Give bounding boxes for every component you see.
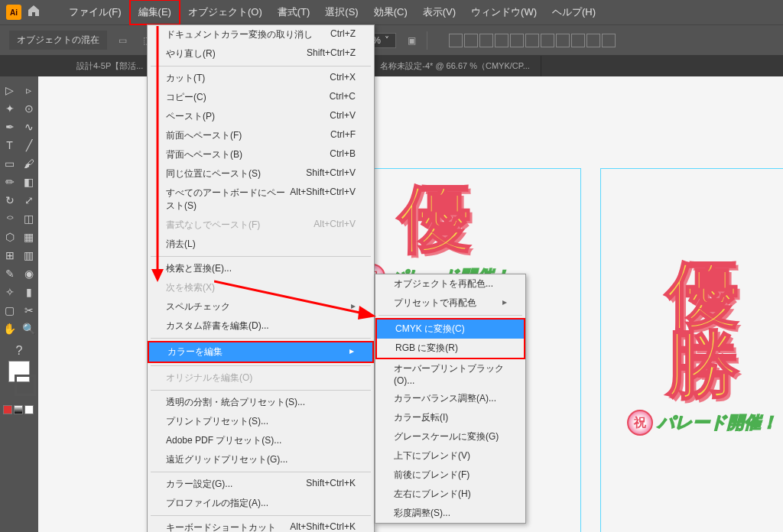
dd-copy[interactable]: コピー(C)Ctrl+C <box>148 88 374 107</box>
tab-doc1[interactable]: 設計4-5P【部活... <box>69 56 154 76</box>
app-icon: Ai <box>6 5 21 20</box>
direct-select-tool[interactable]: ▹ <box>19 81 38 99</box>
doc-icon[interactable]: ▭ <box>113 31 132 50</box>
align-icon[interactable] <box>464 34 478 47</box>
color-submenu: オブジェクトを再配色... プリセットで再配色 CMYK に変換(C) RGB … <box>375 274 526 524</box>
menu-help[interactable]: ヘルプ(H) <box>544 1 603 24</box>
stroke-swatch[interactable] <box>15 375 36 396</box>
dd-redo[interactable]: やり直し(R)Shift+Ctrl+Z <box>148 44 374 63</box>
sub-saturate[interactable]: 彩度調整(S)... <box>375 504 525 523</box>
sub-overprint-black[interactable]: オーバープリントブラック(O)... <box>375 359 525 389</box>
hand-tool[interactable]: ✋ <box>0 320 19 338</box>
rotate-tool[interactable]: ↻ <box>0 191 19 209</box>
curvature-tool[interactable]: ∿ <box>19 118 38 136</box>
badge-circle: 祝 <box>627 410 653 436</box>
sub-convert-cmyk[interactable]: CMYK に変換(C) <box>377 320 524 339</box>
dd-paste-front[interactable]: 前面へペースト(F)Ctrl+F <box>148 126 374 145</box>
style-icon[interactable]: ▣ <box>402 31 421 50</box>
dd-separator <box>151 365 371 366</box>
zoom-tool[interactable]: 🔍 <box>19 320 38 338</box>
sub-color-balance[interactable]: カラーバランス調整(A)... <box>375 389 525 408</box>
gradient-tool[interactable]: ▥ <box>19 246 38 264</box>
menu-file[interactable]: ファイル(F) <box>61 1 129 24</box>
slice-tool[interactable]: ✂ <box>19 301 38 320</box>
dd-paste-back[interactable]: 背面へペースト(B)Ctrl+B <box>148 145 374 164</box>
menu-view[interactable]: 表示(V) <box>415 1 463 24</box>
brush-tool[interactable]: 🖌 <box>19 154 38 173</box>
graph-tool[interactable]: ▮ <box>19 283 38 301</box>
sub-blend-horiz[interactable]: 左右にブレンド(H) <box>375 485 525 504</box>
align-icon[interactable] <box>479 34 493 47</box>
menu-object[interactable]: オブジェクト(O) <box>180 1 270 24</box>
symbol-tool[interactable]: ✧ <box>0 283 19 301</box>
blend-tool[interactable]: ◉ <box>19 264 38 283</box>
selection-tool[interactable]: ▷ <box>0 81 19 99</box>
tools-panel: ▷▹ ✦⊙ ✒∿ T╱ ▭🖌 ✏◧ ↻⤢ ⌔◫ ⬡▦ ⊞▥ ✎◉ ✧▮ ▢✂ ✋… <box>0 76 38 532</box>
line-tool[interactable]: ╱ <box>19 136 38 154</box>
width-tool[interactable]: ⌔ <box>0 209 19 228</box>
shaper-tool[interactable]: ✏ <box>0 173 19 191</box>
tab-doc3[interactable]: 名称未設定-4* @ 66.67 %（CMYK/CP... <box>372 56 541 76</box>
dd-paste-in-place[interactable]: 同じ位置にペースト(S)Shift+Ctrl+V <box>148 164 374 183</box>
shape-builder-tool[interactable]: ⬡ <box>0 228 19 246</box>
fill-stroke-control[interactable]: ? <box>0 341 38 410</box>
svg-line-2 <box>214 281 363 313</box>
gradient-swatch[interactable] <box>14 405 23 414</box>
svg-marker-3 <box>358 306 376 320</box>
perspective-tool[interactable]: ▦ <box>19 228 38 246</box>
eraser-tool[interactable]: ◧ <box>19 173 38 191</box>
dd-print-preset[interactable]: プリントプリセット(S)... <box>148 412 374 431</box>
dd-keyboard-shortcuts[interactable]: キーボードショートカット(K)...Alt+Shift+Ctrl+K <box>148 518 374 532</box>
sub-recolor-artwork[interactable]: オブジェクトを再配色... <box>375 274 525 294</box>
scale-tool[interactable]: ⤢ <box>19 191 38 209</box>
color-swatch[interactable] <box>3 405 12 414</box>
dd-cut[interactable]: カット(T)Ctrl+X <box>148 69 374 88</box>
lasso-tool[interactable]: ⊙ <box>19 99 38 118</box>
sub-blend-vert[interactable]: 上下にブレンド(V) <box>375 446 525 466</box>
artboard-tool[interactable]: ▢ <box>0 301 19 320</box>
menu-select[interactable]: 選択(S) <box>317 1 366 24</box>
artwork-2[interactable]: 優 勝 祝 パレード開催！ <box>627 260 778 436</box>
type-tool[interactable]: T <box>0 136 19 154</box>
menu-effect[interactable]: 効果(C) <box>366 1 415 24</box>
dd-separator <box>151 66 371 66</box>
align-icon[interactable] <box>571 34 585 47</box>
eyedropper-tool[interactable]: ✎ <box>0 264 19 283</box>
dd-clear[interactable]: 消去(L) <box>148 235 374 254</box>
pen-tool[interactable]: ✒ <box>0 118 19 136</box>
dd-color-settings[interactable]: カラー設定(G)...Shift+Ctrl+K <box>148 475 374 494</box>
align-icon[interactable] <box>541 34 554 47</box>
dd-perspective-preset[interactable]: 遠近グリッドプリセット(G)... <box>148 450 374 469</box>
align-icon[interactable] <box>556 34 570 47</box>
main-menubar: Ai ファイル(F) 編集(E) オブジェクト(O) 書式(T) 選択(S) 効… <box>0 0 783 24</box>
sub-convert-rgb[interactable]: RGB に変換(R) <box>377 339 524 358</box>
mesh-tool[interactable]: ⊞ <box>0 246 19 264</box>
sub-recolor-preset[interactable]: プリセットで再配色 <box>375 294 525 313</box>
menu-window[interactable]: ウィンドウ(W) <box>463 1 544 24</box>
align-icon[interactable] <box>602 34 616 47</box>
dd-undo[interactable]: ドキュメントカラー変換の取り消しCtrl+Z <box>148 25 374 44</box>
home-icon[interactable] <box>28 5 43 20</box>
menu-edit[interactable]: 編集(E) <box>129 0 180 25</box>
free-transform-tool[interactable]: ◫ <box>19 209 38 228</box>
sub-grayscale[interactable]: グレースケールに変換(G) <box>375 427 525 446</box>
align-icon[interactable] <box>586 34 600 47</box>
none-swatch[interactable] <box>24 405 34 414</box>
dd-edit-colors[interactable]: カラーを編集 <box>148 341 374 363</box>
wand-tool[interactable]: ✦ <box>0 99 19 118</box>
align-icon[interactable] <box>525 34 539 47</box>
dd-transparency-preset[interactable]: 透明の分割・統合プリセット(S)... <box>148 393 374 412</box>
menu-type[interactable]: 書式(T) <box>270 1 318 24</box>
dd-paste-all-artboards[interactable]: すべてのアートボードにペースト(S)Alt+Shift+Ctrl+V <box>148 183 374 216</box>
sub-invert[interactable]: カラー反転(I) <box>375 408 525 427</box>
rect-tool[interactable]: ▭ <box>0 154 19 173</box>
align-icon[interactable] <box>510 34 524 47</box>
dd-separator <box>379 315 522 316</box>
dd-pdf-preset[interactable]: Adobe PDF プリセット(S)... <box>148 431 374 450</box>
tab-label: 設計4-5P【部活... <box>76 60 143 72</box>
align-icon[interactable] <box>495 34 508 47</box>
align-icon[interactable] <box>449 34 463 47</box>
dd-paste[interactable]: ペースト(P)Ctrl+V <box>148 107 374 126</box>
dd-assign-profile[interactable]: プロファイルの指定(A)... <box>148 494 374 513</box>
sub-blend-front-back[interactable]: 前後にブレンド(F) <box>375 466 525 485</box>
